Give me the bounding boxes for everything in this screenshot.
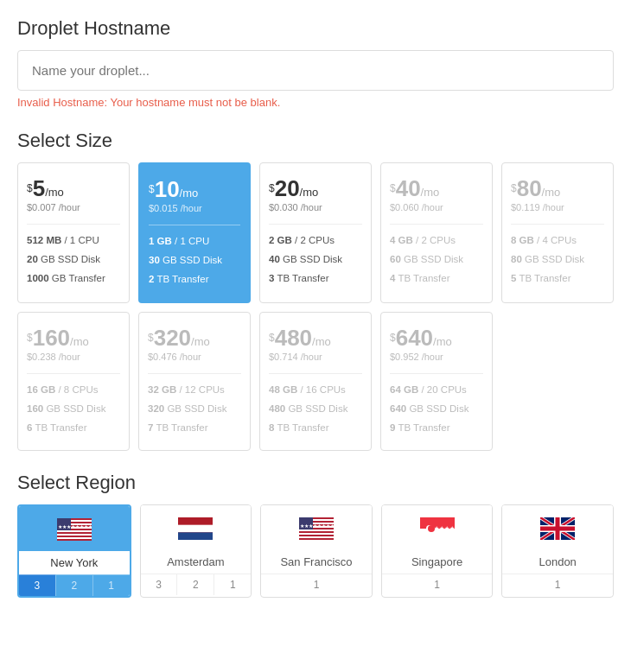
- hostname-section: Droplet Hostname Invalid Hostname: Your …: [17, 17, 614, 109]
- size-grid-top: $5/mo $0.007 /hour 512 MB / 1 CPU20 GB S…: [17, 162, 614, 303]
- svg-rect-16: [299, 529, 334, 531]
- region-flag-san-francisco: ★★★★★★★★★: [261, 505, 372, 550]
- region-num-1[interactable]: 1: [92, 574, 130, 596]
- region-flag-singapore: ★★★★★: [382, 505, 493, 550]
- region-name-singapore: Singapore: [382, 550, 493, 574]
- region-name-amsterdam: Amsterdam: [141, 550, 252, 574]
- region-num-2[interactable]: 2: [176, 574, 214, 595]
- size-specs: 2 GB / 2 CPUs40 GB SSD Disk3 TB Transfer: [269, 231, 362, 288]
- size-specs: 16 GB / 8 CPUs160 GB SSD Disk6 TB Transf…: [27, 381, 120, 438]
- size-price: $640/mo $0.952 /hour: [390, 325, 483, 363]
- size-price: $10/mo $0.015 /hour: [149, 176, 240, 214]
- size-title: Select Size: [17, 130, 614, 152]
- size-price: $40/mo $0.060 /hour: [390, 175, 483, 213]
- region-card-san-francisco[interactable]: ★★★★★★★★★ San Francisco1: [260, 504, 373, 598]
- region-card-singapore[interactable]: ★★★★★ Singapore1: [381, 504, 494, 598]
- svg-rect-18: [299, 536, 334, 538]
- size-price: $160/mo $0.238 /hour: [27, 325, 120, 363]
- svg-rect-11: [178, 532, 213, 540]
- size-specs: 64 GB / 20 CPUs640 GB SSD Disk9 TB Trans…: [390, 381, 483, 438]
- region-flag-new-york: ★★★★★★★★★: [19, 506, 130, 551]
- size-specs: 1 GB / 1 CPU30 GB SSD Disk2 TB Transfer: [149, 232, 240, 289]
- size-price: $80/mo $0.119 /hour: [511, 175, 604, 213]
- region-num-1[interactable]: 1: [214, 574, 251, 595]
- region-num-3[interactable]: 3: [19, 574, 55, 596]
- region-card-new-york[interactable]: ★★★★★★★★★ New York321: [17, 504, 131, 598]
- region-flag-london: [502, 505, 613, 550]
- size-card-160[interactable]: $160/mo $0.238 /hour 16 GB / 8 CPUs160 G…: [17, 312, 130, 451]
- size-card-20[interactable]: $20/mo $0.030 /hour 2 GB / 2 CPUs40 GB S…: [259, 162, 372, 303]
- svg-rect-34: [540, 526, 575, 530]
- region-num-1[interactable]: 1: [502, 574, 613, 595]
- size-card-480[interactable]: $480/mo $0.714 /hour 48 GB / 16 CPUs480 …: [259, 312, 372, 451]
- size-specs: 48 GB / 16 CPUs480 GB SSD Disk8 TB Trans…: [269, 381, 362, 438]
- size-price: $480/mo $0.714 /hour: [269, 325, 362, 363]
- size-specs: 8 GB / 4 CPUs80 GB SSD Disk5 TB Transfer: [511, 231, 604, 288]
- size-card-320[interactable]: $320/mo $0.476 /hour 32 GB / 12 CPUs320 …: [138, 312, 251, 451]
- region-num-3[interactable]: 3: [141, 574, 177, 595]
- region-card-london[interactable]: London1: [501, 504, 614, 598]
- region-numbers-singapore: 1: [382, 574, 493, 595]
- hostname-error: Invalid Hostname: Your hostname must not…: [17, 96, 614, 109]
- region-section: Select Region ★★★★★★★★★ New York321 Amst…: [17, 472, 614, 598]
- svg-text:★★★★★★★★★: ★★★★★★★★★: [58, 524, 92, 529]
- region-title: Select Region: [17, 472, 614, 494]
- size-price: $5/mo $0.007 /hour: [27, 175, 120, 213]
- region-numbers-london: 1: [502, 574, 613, 595]
- region-num-2[interactable]: 2: [55, 574, 92, 596]
- svg-rect-4: [57, 530, 92, 532]
- size-section: Select Size $5/mo $0.007 /hour 512 MB / …: [17, 130, 614, 451]
- size-specs: 32 GB / 12 CPUs320 GB SSD Disk7 TB Trans…: [148, 381, 241, 438]
- size-specs: 4 GB / 2 CPUs60 GB SSD Disk4 TB Transfer: [390, 231, 483, 288]
- region-name-london: London: [502, 550, 613, 574]
- svg-text:★★★★★★★★★: ★★★★★★★★★: [300, 523, 334, 529]
- size-card-40[interactable]: $40/mo $0.060 /hour 4 GB / 2 CPUs60 GB S…: [380, 162, 493, 303]
- region-card-amsterdam[interactable]: Amsterdam321: [140, 504, 252, 598]
- region-name-new-york: New York: [19, 551, 130, 574]
- svg-rect-10: [178, 524, 213, 532]
- size-card-80[interactable]: $80/mo $0.119 /hour 8 GB / 4 CPUs80 GB S…: [501, 162, 614, 303]
- svg-rect-17: [299, 533, 334, 535]
- hostname-input[interactable]: [17, 50, 614, 91]
- region-flag-amsterdam: [141, 505, 252, 550]
- size-card-5[interactable]: $5/mo $0.007 /hour 512 MB / 1 CPU20 GB S…: [17, 162, 130, 303]
- size-grid-bottom: $160/mo $0.238 /hour 16 GB / 8 CPUs160 G…: [17, 312, 614, 451]
- region-num-1[interactable]: 1: [261, 574, 372, 595]
- region-num-1[interactable]: 1: [382, 574, 493, 595]
- region-name-san-francisco: San Francisco: [261, 550, 372, 574]
- size-card-640[interactable]: $640/mo $0.952 /hour 64 GB / 20 CPUs640 …: [380, 312, 493, 451]
- region-grid: ★★★★★★★★★ New York321 Amsterdam321 ★★★★★…: [17, 504, 614, 598]
- svg-rect-6: [57, 537, 92, 539]
- region-numbers-amsterdam: 321: [141, 574, 252, 595]
- size-card-10[interactable]: $10/mo $0.015 /hour 1 GB / 1 CPU30 GB SS…: [138, 162, 251, 303]
- size-price: $320/mo $0.476 /hour: [148, 325, 241, 363]
- svg-text:★★★★★: ★★★★★: [434, 525, 455, 531]
- svg-rect-5: [57, 534, 92, 536]
- hostname-title: Droplet Hostname: [17, 17, 614, 40]
- region-numbers-new-york: 321: [19, 574, 130, 596]
- size-specs: 512 MB / 1 CPU20 GB SSD Disk1000 GB Tran…: [27, 231, 120, 288]
- size-price: $20/mo $0.030 /hour: [269, 175, 362, 213]
- region-numbers-san-francisco: 1: [261, 574, 372, 595]
